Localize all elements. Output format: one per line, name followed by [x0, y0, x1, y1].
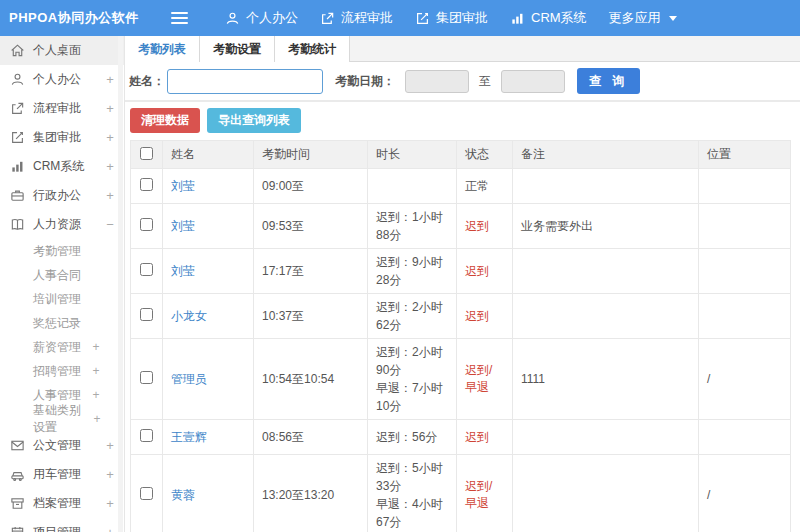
location-cell: /	[699, 455, 791, 532]
employee-name-link[interactable]: 小龙女	[171, 309, 207, 323]
select-all-checkbox[interactable]	[140, 147, 153, 160]
expand-toggle[interactable]: +	[90, 388, 102, 402]
sidebar-sublabel: 考勤管理	[33, 243, 81, 260]
sidebar-item-group-approval[interactable]: 集团审批 +	[0, 123, 124, 152]
topnav-personal-office[interactable]: 个人办公	[214, 0, 309, 36]
date-to-input[interactable]	[501, 70, 565, 93]
row-checkbox[interactable]	[140, 218, 153, 231]
archive-icon	[10, 496, 25, 511]
export-list-button[interactable]: 导出查询列表	[207, 108, 301, 133]
sidebar-subitem-training[interactable]: 培训管理	[0, 287, 124, 311]
topnav-flow-approval[interactable]: 流程审批	[309, 0, 404, 36]
attendance-time: 08:56至	[254, 420, 368, 455]
tab-attendance-list[interactable]: 考勤列表	[125, 36, 200, 62]
sidebar-subitem-base-category[interactable]: 基础类别设置 +	[0, 407, 124, 431]
home-icon	[10, 43, 25, 58]
table-row: 黄蓉 13:20至13:20 迟到：5小时33分 早退：4小时67分 迟到/早退…	[131, 455, 791, 532]
date-from-input[interactable]	[405, 70, 469, 93]
expand-toggle[interactable]: +	[104, 525, 116, 532]
sidebar-item-flow-approval[interactable]: 流程审批 +	[0, 94, 124, 123]
expand-toggle[interactable]: +	[104, 159, 116, 174]
status-cell: 迟到	[457, 204, 513, 249]
topnav-group-approval[interactable]: 集团审批	[404, 0, 499, 36]
employee-name-link[interactable]: 刘莹	[171, 219, 195, 233]
expand-toggle[interactable]: +	[104, 438, 116, 453]
date-label: 考勤日期：	[335, 73, 395, 90]
attendance-time: 09:00至	[254, 169, 368, 204]
sidebar-label: 人力资源	[33, 216, 81, 233]
sidebar-item-personal-office[interactable]: 个人办公 +	[0, 65, 124, 94]
flow-icon	[320, 11, 335, 26]
topnav-label: CRM系统	[531, 9, 587, 27]
expand-toggle[interactable]: +	[104, 130, 116, 145]
duration-cell: 迟到：9小时28分	[368, 249, 457, 294]
location-cell	[699, 204, 791, 249]
note-cell: 1111	[513, 339, 699, 420]
row-checkbox[interactable]	[140, 178, 153, 191]
row-checkbox[interactable]	[140, 263, 153, 276]
expand-toggle[interactable]: +	[104, 496, 116, 511]
expand-toggle[interactable]: +	[92, 412, 102, 426]
collapse-toggle[interactable]: −	[104, 217, 116, 232]
sidebar-subitem-recruit[interactable]: 招聘管理 +	[0, 359, 124, 383]
table-row: 刘莹 09:53至 迟到：1小时88分 迟到 业务需要外出	[131, 204, 791, 249]
table-row: 刘莹 09:00至 正常	[131, 169, 791, 204]
sidebar-scrollbar[interactable]	[118, 36, 123, 532]
employee-name-link[interactable]: 管理员	[171, 372, 207, 386]
topnav-more-apps[interactable]: 更多应用	[598, 0, 688, 36]
topnav-label: 更多应用	[609, 9, 661, 27]
duration-cell: 迟到：5小时33分 早退：4小时67分	[368, 455, 457, 532]
row-checkbox[interactable]	[140, 308, 153, 321]
status-cell: 迟到	[457, 294, 513, 339]
tab-attendance-stats[interactable]: 考勤统计	[275, 36, 350, 62]
expand-toggle[interactable]: +	[104, 467, 116, 482]
topnav-crm[interactable]: CRM系统	[499, 0, 598, 36]
sidebar-label: 项目管理	[33, 524, 81, 532]
expand-toggle[interactable]: +	[104, 72, 116, 87]
employee-name-link[interactable]: 刘莹	[171, 179, 195, 193]
sidebar-item-vehicle[interactable]: 用车管理 +	[0, 460, 124, 489]
sidebar-sublabel: 基础类别设置	[33, 402, 92, 436]
sidebar-item-projects[interactable]: 项目管理 +	[0, 518, 124, 532]
search-button[interactable]: 查 询	[577, 68, 640, 94]
expand-toggle[interactable]: +	[104, 101, 116, 116]
location-cell	[699, 169, 791, 204]
sidebar-item-hr[interactable]: 人力资源 −	[0, 210, 124, 239]
note-cell	[513, 294, 699, 339]
row-checkbox[interactable]	[140, 487, 153, 500]
sidebar-subitem-attendance[interactable]: 考勤管理	[0, 239, 124, 263]
col-header-status: 状态	[457, 141, 513, 169]
car-icon	[10, 467, 25, 482]
employee-name-link[interactable]: 黄蓉	[171, 488, 195, 502]
menu-toggle-icon[interactable]	[171, 12, 188, 24]
row-checkbox[interactable]	[140, 429, 153, 442]
col-header-time: 考勤时间	[254, 141, 368, 169]
employee-name-link[interactable]: 刘莹	[171, 264, 195, 278]
sidebar-item-crm[interactable]: CRM系统 +	[0, 152, 124, 181]
employee-name-link[interactable]: 王壹辉	[171, 430, 207, 444]
expand-toggle[interactable]: +	[104, 188, 116, 203]
name-input[interactable]	[167, 69, 323, 94]
location-cell	[699, 420, 791, 455]
table-row: 管理员 10:54至10:54 迟到：2小时90分 早退：7小时10分 迟到/早…	[131, 339, 791, 420]
location-cell: /	[699, 339, 791, 420]
expand-toggle[interactable]: +	[90, 364, 102, 378]
attendance-table: 姓名 考勤时间 时长 状态 备注 位置 刘莹 09:00至 正常	[130, 140, 791, 532]
sidebar-item-archives[interactable]: 档案管理 +	[0, 489, 124, 518]
expand-toggle[interactable]: +	[90, 340, 102, 354]
chart-bars-icon	[10, 159, 25, 174]
attendance-time: 09:53至	[254, 204, 368, 249]
table-header-row: 姓名 考勤时间 时长 状态 备注 位置	[131, 141, 791, 169]
topnav-label: 个人办公	[246, 9, 298, 27]
sidebar-subitem-salary[interactable]: 薪资管理 +	[0, 335, 124, 359]
user-icon	[10, 72, 25, 87]
sidebar-item-desktop[interactable]: 个人桌面	[0, 36, 124, 65]
sidebar-subitem-rewards[interactable]: 奖惩记录	[0, 311, 124, 335]
mail-icon	[10, 438, 25, 453]
tab-attendance-settings[interactable]: 考勤设置	[200, 36, 275, 62]
clean-data-button[interactable]: 清理数据	[130, 108, 200, 133]
sidebar-item-admin-office[interactable]: 行政办公 +	[0, 181, 124, 210]
status-cell: 迟到	[457, 420, 513, 455]
row-checkbox[interactable]	[140, 371, 153, 384]
sidebar-subitem-hr-contract[interactable]: 人事合同	[0, 263, 124, 287]
